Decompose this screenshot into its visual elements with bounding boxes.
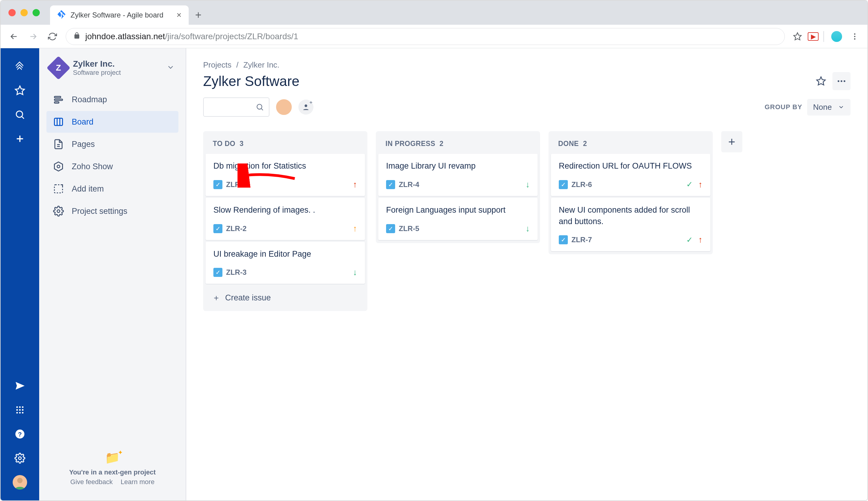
issue-type-icon: ✓ (213, 224, 222, 233)
issue-title: Db migration for Statistics (213, 160, 357, 172)
sidebar-item-label: Roadmap (72, 95, 107, 104)
svg-point-29 (840, 80, 842, 82)
issue-title: UI breakage in Editor Page (213, 248, 357, 260)
done-check-icon: ✓ (686, 235, 693, 245)
project-sidebar: Z Zylker Inc. Software project RoadmapBo… (39, 48, 186, 500)
user-avatar[interactable] (9, 471, 31, 493)
issue-key: ZLR-7 (571, 236, 592, 244)
sidebar-item-zoho-show[interactable]: Zoho Show (46, 156, 178, 177)
svg-point-32 (305, 104, 307, 107)
sidebar-item-pages[interactable]: Pages (46, 133, 178, 155)
add-assignee-button[interactable] (298, 99, 314, 115)
issue-type-icon: ✓ (213, 268, 222, 277)
minimize-window[interactable] (21, 9, 28, 16)
chevron-down-icon (838, 104, 845, 110)
search-nav-icon[interactable] (9, 104, 31, 126)
svg-point-2 (854, 35, 856, 37)
issue-key: ZLR-4 (399, 180, 419, 189)
jira-favicon-icon (57, 10, 66, 20)
column-in-progress: IN PROGRESS2Image Library UI revamp✓ZLR-… (376, 131, 540, 243)
breadcrumb: Projects / Zylker Inc. (203, 60, 850, 70)
browser-tab[interactable]: Zylker Software - Agile board × (50, 6, 189, 25)
window-controls (7, 1, 43, 25)
forward-button[interactable] (25, 28, 42, 45)
assignee-avatar[interactable] (275, 99, 292, 116)
settings-nav-icon[interactable] (9, 447, 31, 469)
sidebar-item-label: Pages (72, 140, 95, 149)
issue-card[interactable]: New UI components added for scroll and b… (551, 198, 710, 252)
create-nav-icon[interactable] (9, 128, 31, 150)
svg-point-31 (257, 104, 262, 109)
issue-card[interactable]: Slow Rendering of images. .✓ZLR-2↑ (206, 198, 365, 240)
extension-icon[interactable]: ▶ (808, 32, 818, 41)
zoho-icon (53, 160, 65, 172)
svg-point-8 (22, 406, 23, 408)
close-tab-icon[interactable]: × (177, 10, 182, 20)
priority-icon: ↓ (353, 268, 357, 277)
star-nav-icon[interactable] (9, 79, 31, 102)
url-field[interactable]: johndoe.atlassian.net/jira/software/proj… (66, 28, 785, 45)
issue-key: ZLR-2 (226, 224, 246, 233)
sidebar-item-roadmap[interactable]: Roadmap (46, 89, 178, 110)
more-actions-button[interactable] (833, 72, 850, 90)
priority-icon: ↓ (526, 180, 530, 189)
crumb-current[interactable]: Zylker Inc. (243, 60, 279, 70)
issue-card[interactable]: UI breakage in Editor Page✓ZLR-3↓ (206, 242, 365, 284)
project-header[interactable]: Z Zylker Inc. Software project (46, 58, 178, 84)
learn-more-link[interactable]: Learn more (121, 478, 155, 486)
issue-key: ZLR-5 (399, 224, 419, 233)
svg-point-18 (17, 478, 23, 483)
svg-point-7 (19, 406, 21, 408)
issue-card[interactable]: Image Library UI revamp✓ZLR-4↓ (378, 154, 538, 196)
reload-button[interactable] (44, 28, 61, 45)
svg-point-1 (854, 33, 856, 35)
priority-icon: ↑ (698, 235, 703, 245)
sidebar-item-project-settings[interactable]: Project settings (46, 200, 178, 222)
groupby-select[interactable]: None (807, 99, 850, 116)
new-tab-button[interactable]: + (189, 6, 208, 25)
notification-nav-icon[interactable] (9, 375, 31, 397)
jira-home-icon[interactable] (9, 55, 31, 77)
settings-icon (53, 205, 65, 217)
chevron-down-icon[interactable] (166, 63, 175, 73)
page-title: Zylker Software (203, 73, 299, 89)
issue-card[interactable]: Redirection URL for OAUTH FLOWS✓ZLR-6✓↑ (551, 154, 710, 196)
browser-menu-icon[interactable] (847, 29, 862, 44)
svg-text:?: ? (18, 431, 22, 438)
svg-marker-0 (794, 33, 801, 40)
browser-tabbar: Zylker Software - Agile board × + (1, 1, 867, 25)
back-button[interactable] (6, 28, 22, 45)
sidebar-item-board[interactable]: Board (46, 111, 178, 133)
create-issue-button[interactable]: ＋Create issue (204, 286, 366, 310)
done-check-icon: ✓ (686, 180, 693, 189)
give-feedback-link[interactable]: Give feedback (70, 478, 113, 486)
url-text: johndoe.atlassian.net/jira/software/proj… (85, 32, 298, 41)
add-column-button[interactable]: + (721, 131, 742, 152)
issue-card[interactable]: Db migration for Statistics✓ZLR-1↑ (206, 154, 365, 196)
star-icon[interactable] (790, 29, 805, 44)
svg-marker-27 (817, 77, 825, 85)
svg-rect-19 (55, 97, 61, 98)
crumb-projects[interactable]: Projects (203, 60, 231, 70)
pages-icon (53, 138, 65, 150)
close-window[interactable] (9, 9, 16, 16)
svg-point-30 (844, 80, 845, 82)
roadmap-icon (53, 94, 65, 106)
profile-avatar[interactable] (829, 29, 845, 44)
sidebar-item-add-item[interactable]: Add item (46, 178, 178, 200)
svg-point-10 (19, 409, 21, 411)
sidebar-footer: 📁 You're in a next-gen project Give feed… (46, 446, 178, 491)
sidebar-item-label: Project settings (72, 206, 128, 216)
appswitcher-nav-icon[interactable] (9, 399, 31, 421)
issue-title: Foreign Languages input support (386, 204, 530, 216)
search-input[interactable] (203, 97, 270, 117)
svg-point-26 (57, 210, 60, 213)
issue-card[interactable]: Foreign Languages input support✓ZLR-5↓ (378, 198, 538, 240)
star-page-button[interactable] (812, 72, 830, 90)
main-content: Projects / Zylker Inc. Zylker Software G… (186, 48, 867, 500)
issue-key: ZLR-3 (226, 268, 246, 277)
issue-key: ZLR-6 (571, 180, 592, 189)
maximize-window[interactable] (33, 9, 40, 16)
help-nav-icon[interactable]: ? (9, 423, 31, 445)
issue-type-icon: ✓ (213, 180, 222, 189)
